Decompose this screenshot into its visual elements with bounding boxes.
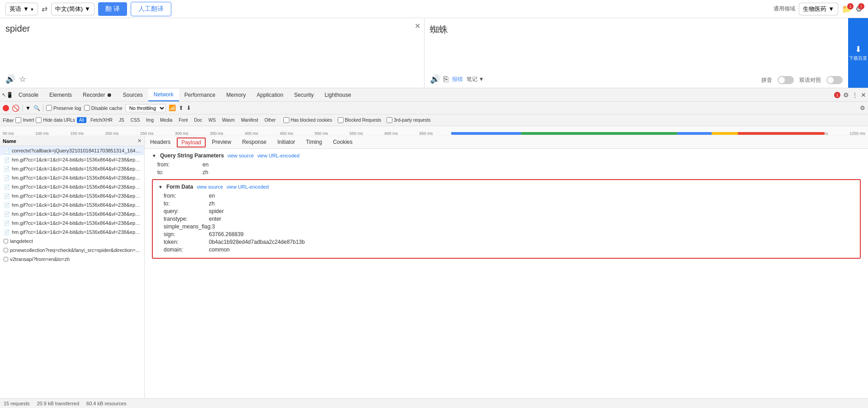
search-button[interactable]: 🔍 [33,105,40,111]
disable-cache-checkbox[interactable] [84,105,90,111]
pinyin-toggle[interactable] [778,76,794,84]
wifi-icon[interactable]: 📶 [169,104,176,111]
folder-icon[interactable]: 📁 1 [842,4,852,14]
throttle-select[interactable]: No throttling Fast 3G Slow 3G Offline [125,104,166,112]
tab-console[interactable]: Console [13,89,44,101]
request-item-checkbox[interactable] [4,257,8,261]
blocked-requests-checkbox[interactable] [338,117,344,123]
request-item[interactable]: 📄 hm.gif?cc=1&ck=1&cl=24-bit&ds=1536x864… [0,155,144,164]
more-options-icon[interactable]: ⚙ [860,104,865,111]
third-party-checkbox[interactable] [387,117,392,123]
disable-cache-label[interactable]: Disable cache [84,105,123,111]
record-button[interactable] [3,105,9,111]
close-request-panel-button[interactable]: ✕ [137,138,142,144]
preserve-log-checkbox[interactable] [46,105,52,111]
request-item[interactable]: 📄 hm.gif?cc=1&ck=1&cl=24-bit&ds=1536x864… [0,200,144,209]
request-type-icon: 📄 [4,220,10,226]
request-item[interactable]: pcnewcollection?req=check&fanyi_src=spid… [0,246,144,255]
device-icon[interactable]: 📱 [6,92,13,98]
devtools-close-icon[interactable]: ✕ [861,91,866,99]
form-data-view-source[interactable]: view source [197,184,223,190]
filter-type-css[interactable]: CSS [128,117,142,123]
tab-initiator[interactable]: Initiator [272,136,300,149]
sound-right-icon[interactable]: 🔊 [430,74,440,84]
blocked-requests-label[interactable]: Blocked Requests [338,117,382,123]
request-item[interactable]: 📄 hm.gif?cc=1&ck=1&cl=24-bit&ds=1536x864… [0,191,144,200]
translate-button[interactable]: 翻 译 [98,2,127,16]
request-item[interactable]: 📄 correctxt?callback=jQuery3210101841170… [0,146,144,155]
clear-log-button[interactable]: 🚫 [12,104,19,112]
invert-checkbox[interactable] [15,117,21,123]
tab-network[interactable]: Network [148,89,179,101]
filter-type-manifest[interactable]: Manifest [239,117,260,123]
tab-timing[interactable]: Timing [301,136,328,149]
query-string-toggle[interactable]: ▼ [152,153,156,158]
tab-performance[interactable]: Performance [179,89,221,101]
query-string-view-url-encoded[interactable]: view URL-encoded [257,153,299,158]
devtools-more-icon[interactable]: ⋮ [852,91,858,99]
tab-memory[interactable]: Memory [221,89,251,101]
tab-application[interactable]: Application [251,89,289,101]
request-item[interactable]: 📄 hm.gif?cc=1&ck=1&cl=24-bit&ds=1536x864… [0,173,144,182]
filter-type-media[interactable]: Media [158,117,175,123]
filter-type-all[interactable]: All [77,117,86,123]
hide-data-urls-checkbox[interactable] [36,117,42,123]
devtools-settings-icon[interactable]: ⚙ [843,91,849,99]
copy-icon[interactable]: ⎘ [443,75,448,84]
upload-icon[interactable]: ⬆ [179,104,184,111]
form-data-view-url-encoded[interactable]: view URL-encoded [226,184,269,190]
tab-headers[interactable]: Headers [145,136,176,149]
has-blocked-cookies-label[interactable]: Has blocked cookies [283,117,332,123]
hide-data-urls-label[interactable]: Hide data URLs [36,117,75,123]
query-string-view-source[interactable]: view source [227,153,254,158]
tab-security[interactable]: Security [289,89,319,101]
tab-sources[interactable]: Sources [118,89,148,101]
tab-recorder[interactable]: Recorder ⏺ [77,89,118,101]
request-item[interactable]: 📄 hm.gif?cc=1&ck=1&cl=24-bit&ds=1536x864… [0,182,144,191]
clear-input-button[interactable]: ✕ [415,22,420,30]
settings-icon[interactable]: ⚙ ! [855,4,863,14]
filter-type-doc[interactable]: Doc [192,117,204,123]
sound-left-icon[interactable]: 🔊 [5,74,15,84]
filter-type-js[interactable]: JS [117,117,127,123]
tab-cookies[interactable]: Cookies [327,136,358,149]
filter-type-wasm[interactable]: Wasm [220,117,237,123]
preserve-log-label[interactable]: Preserve log [46,105,81,111]
third-party-label[interactable]: 3rd-party requests [387,117,430,123]
filter-type-fetch-xhr[interactable]: Fetch/XHR [88,117,115,123]
request-item[interactable]: 📄 hm.gif?cc=1&ck=1&cl=24-bit&ds=1536x864… [0,209,144,218]
note-button[interactable]: 笔记 ▼ [467,76,484,83]
tab-lighthouse[interactable]: Lighthouse [319,89,357,101]
filter-type-other[interactable]: Other [262,117,278,123]
invert-label[interactable]: Invert [15,117,34,123]
has-blocked-cookies-checkbox[interactable] [283,117,289,123]
bio-domain-select[interactable]: 生物医药 ▼ [799,3,838,15]
tab-elements[interactable]: Elements [44,89,77,101]
report-link[interactable]: 报错 [452,76,463,83]
tab-response[interactable]: Response [236,136,272,149]
human-translate-button[interactable]: 人工翻译 [131,2,171,16]
filter-toggle-button[interactable]: ▼ [25,105,31,111]
target-lang-select[interactable]: 中文(简体) ▼ [51,3,94,15]
request-item[interactable]: 📄 hm.gif?cc=1&ck=1&cl=24-bit&ds=1536x864… [0,164,144,173]
request-item-checkbox[interactable] [4,239,8,243]
download-sidebar[interactable]: ⬇ 下载百度 [848,18,868,88]
filter-type-img[interactable]: Img [144,117,156,123]
bilingual-toggle[interactable] [826,76,843,84]
source-lang-select[interactable]: 英语 ▼ [5,3,38,15]
request-item[interactable]: 📄 hm.gif?cc=1&ck=1&cl=24-bit&ds=1536x864… [0,228,144,237]
filter-type-font[interactable]: Font [176,117,190,123]
filter-type-ws[interactable]: WS [206,117,218,123]
tab-payload[interactable]: Payload [177,138,205,147]
request-item[interactable]: 📄 hm.gif?cc=1&ck=1&cl=24-bit&ds=1536x864… [0,218,144,228]
swap-langs-button[interactable]: ⇄ [42,5,47,13]
tab-preview[interactable]: Preview [207,136,237,149]
request-item-checkbox[interactable] [4,248,8,252]
download-icon[interactable]: ⬇ [186,104,191,111]
input-text[interactable]: spider [5,24,419,34]
star-icon[interactable]: ☆ [19,74,26,84]
form-data-toggle[interactable]: ▼ [158,185,163,190]
request-item[interactable]: langdetect [0,237,144,246]
cursor-icon[interactable]: ↖ [2,92,6,98]
request-item[interactable]: v2transapi?from=en&to=zh [0,255,144,264]
